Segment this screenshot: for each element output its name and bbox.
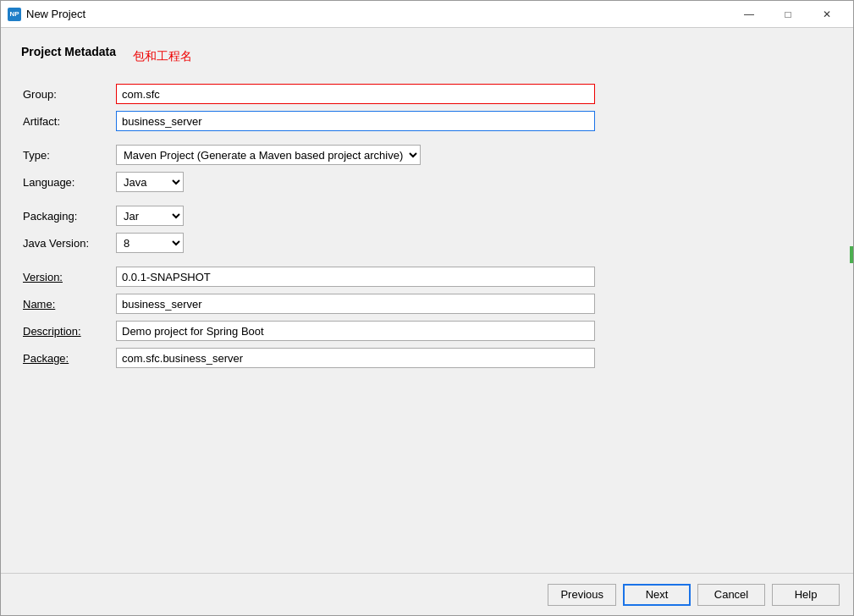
minimize-button[interactable]: —: [730, 1, 769, 28]
java-version-row: Java Version: 8 11 17: [21, 229, 597, 256]
next-button[interactable]: Next: [623, 584, 691, 606]
artifact-field: [114, 107, 597, 135]
package-input[interactable]: [116, 348, 595, 368]
java-version-select[interactable]: 8 11 17: [116, 233, 184, 253]
java-version-label: Java Version:: [21, 229, 114, 256]
dialog-content: Project Metadata 包和工程名 Group: Artifact:: [1, 28, 853, 573]
description-input[interactable]: [116, 321, 595, 341]
group-label: Group:: [21, 80, 114, 107]
version-field: [114, 263, 597, 290]
group-field: [114, 80, 597, 107]
annotation-text: 包和工程名: [133, 49, 192, 64]
title-controls: — □ ✕: [730, 1, 846, 28]
artifact-row: Artifact:: [21, 107, 597, 135]
right-edge-indicator: [850, 246, 853, 263]
title-bar: NP New Project — □ ✕: [1, 1, 853, 28]
package-row: Package:: [21, 344, 597, 371]
package-label: Package:: [21, 344, 114, 371]
window-title: New Project: [26, 8, 85, 20]
name-input[interactable]: [116, 294, 595, 314]
version-input[interactable]: [116, 267, 595, 287]
name-label: Name:: [21, 290, 114, 317]
language-select[interactable]: Java Kotlin Groovy: [116, 172, 184, 192]
artifact-label: Artifact:: [21, 107, 114, 135]
help-button[interactable]: Help: [772, 584, 840, 606]
main-window: NP New Project — □ ✕ Project Metadata 包和…: [0, 0, 854, 616]
maximize-button[interactable]: □: [769, 1, 807, 28]
form-table: Group: Artifact:: [21, 80, 597, 371]
group-input[interactable]: [116, 84, 595, 104]
packaging-field: Jar War: [114, 202, 597, 229]
section-title: Project Metadata: [21, 45, 116, 58]
packaging-row: Packaging: Jar War: [21, 202, 597, 229]
type-label: Type:: [21, 141, 114, 168]
close-button[interactable]: ✕: [807, 1, 846, 28]
window-icon: NP: [8, 8, 21, 21]
type-select[interactable]: Maven Project (Generate a Maven based pr…: [116, 145, 421, 165]
packaging-select[interactable]: Jar War: [116, 206, 184, 226]
cancel-button[interactable]: Cancel: [697, 584, 765, 606]
type-field: Maven Project (Generate a Maven based pr…: [114, 141, 597, 168]
language-row: Language: Java Kotlin Groovy: [21, 168, 597, 195]
group-row: Group:: [21, 80, 597, 107]
version-label: Version:: [21, 263, 114, 290]
description-label: Description:: [21, 317, 114, 344]
dialog-footer: Previous Next Cancel Help: [1, 573, 853, 615]
package-field: [114, 344, 597, 371]
java-version-field: 8 11 17: [114, 229, 597, 256]
previous-button[interactable]: Previous: [548, 584, 616, 606]
section-header: Project Metadata 包和工程名: [21, 45, 833, 69]
version-row: Version:: [21, 263, 597, 290]
artifact-input[interactable]: [116, 111, 595, 131]
name-field: [114, 290, 597, 317]
packaging-label: Packaging:: [21, 202, 114, 229]
description-row: Description:: [21, 317, 597, 344]
language-label: Language:: [21, 168, 114, 195]
language-field: Java Kotlin Groovy: [114, 168, 597, 195]
type-row: Type: Maven Project (Generate a Maven ba…: [21, 141, 597, 168]
description-field: [114, 317, 597, 344]
name-row: Name:: [21, 290, 597, 317]
